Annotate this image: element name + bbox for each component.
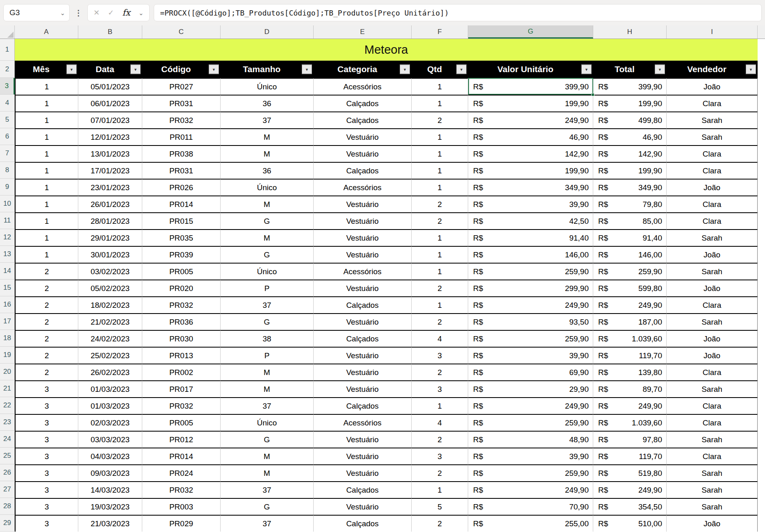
cell-G24[interactable]: R$48,90 [468,431,593,448]
cell-I13[interactable]: João [667,246,758,263]
cell-I19[interactable]: João [667,347,758,364]
row-header-24[interactable]: 24 [0,431,15,448]
cell-B15[interactable]: 05/02/2023 [78,280,142,296]
cell-D3[interactable]: Único [221,78,314,95]
cell-C19[interactable]: PR013 [142,347,221,364]
cell-A23[interactable]: 3 [15,414,78,431]
cell-A26[interactable]: 3 [15,464,78,481]
cell-H24[interactable]: R$97,80 [593,431,667,448]
cell-C22[interactable]: PR032 [142,397,221,414]
cell-A22[interactable]: 3 [15,397,78,414]
cell-C18[interactable]: PR030 [142,330,221,347]
cell-G28[interactable]: R$70,90 [468,498,593,515]
cell-D17[interactable]: G [221,313,314,330]
column-header-D[interactable]: D [221,25,314,39]
cell-D16[interactable]: 37 [221,296,314,313]
cell-A4[interactable]: 1 [15,95,78,111]
cell-A7[interactable]: 1 [15,145,78,162]
cell-F13[interactable]: 1 [412,246,468,263]
cell-B18[interactable]: 24/02/2023 [78,330,142,347]
cell-H27[interactable]: R$249,90 [593,481,667,498]
row-header-6[interactable]: 6 [0,128,15,145]
cell-F24[interactable]: 2 [412,431,468,448]
filter-button[interactable]: ▼ [655,65,665,74]
cell-D6[interactable]: M [221,128,314,145]
cell-F27[interactable]: 1 [412,481,468,498]
cell-H6[interactable]: R$46,90 [593,128,667,145]
cell-H4[interactable]: R$199,90 [593,95,667,111]
cell-G9[interactable]: R$349,90 [468,179,593,196]
chevron-down-icon[interactable]: ⌄ [60,10,65,16]
cell-A24[interactable]: 3 [15,431,78,448]
cell-E17[interactable]: Vestuário [314,313,412,330]
row-header-14[interactable]: 14 [0,263,15,280]
filter-button[interactable]: ▼ [66,65,77,74]
more-options-icon[interactable]: ⋮ [74,8,83,18]
cell-I12[interactable]: Sarah [667,229,758,246]
column-header-C[interactable]: C [142,25,221,39]
cell-E23[interactable]: Acessórios [314,414,412,431]
cell-F8[interactable]: 1 [412,162,468,179]
cell-I20[interactable]: Clara [667,364,758,380]
cell-B16[interactable]: 18/02/2023 [78,296,142,313]
cell-A14[interactable]: 2 [15,263,78,280]
cell-A12[interactable]: 1 [15,229,78,246]
row-header-28[interactable]: 28 [0,498,15,515]
column-title-D[interactable]: Tamanho▼ [221,61,314,78]
cell-D23[interactable]: Único [221,414,314,431]
cell-C11[interactable]: PR015 [142,212,221,229]
cell-H12[interactable]: R$91,40 [593,229,667,246]
cell-E5[interactable]: Calçados [314,111,412,128]
cell-I3[interactable]: João [667,78,758,95]
cell-B26[interactable]: 09/03/2023 [78,464,142,481]
column-title-A[interactable]: Mês▼ [15,61,78,78]
cell-F21[interactable]: 3 [412,380,468,397]
cell-H26[interactable]: R$519,80 [593,464,667,481]
row-header-5[interactable]: 5 [0,111,15,128]
cell-D28[interactable]: G [221,498,314,515]
cell-H17[interactable]: R$187,00 [593,313,667,330]
row-header-2[interactable]: 2 [0,61,15,78]
cell-F12[interactable]: 1 [412,229,468,246]
cell-F6[interactable]: 1 [412,128,468,145]
cell-F28[interactable]: 5 [412,498,468,515]
cell-C12[interactable]: PR035 [142,229,221,246]
cell-G4[interactable]: R$199,90 [468,95,593,111]
cell-H28[interactable]: R$354,50 [593,498,667,515]
cell-C15[interactable]: PR020 [142,280,221,296]
cell-C14[interactable]: PR005 [142,263,221,280]
row-header-12[interactable]: 12 [0,229,15,246]
row-header-20[interactable]: 20 [0,364,15,380]
column-header-B[interactable]: B [78,25,142,39]
column-title-C[interactable]: Código▼ [142,61,221,78]
cell-A25[interactable]: 3 [15,448,78,464]
cell-E22[interactable]: Calçados [314,397,412,414]
row-header-22[interactable]: 22 [0,397,15,414]
cell-I9[interactable]: João [667,179,758,196]
cell-I4[interactable]: Clara [667,95,758,111]
cell-B19[interactable]: 25/02/2023 [78,347,142,364]
cell-E19[interactable]: Vestuário [314,347,412,364]
cell-G23[interactable]: R$259,90 [468,414,593,431]
cell-C27[interactable]: PR032 [142,481,221,498]
row-header-9[interactable]: 9 [0,179,15,196]
cell-A3[interactable]: 1 [15,78,78,95]
cell-B24[interactable]: 03/03/2023 [78,431,142,448]
cell-C24[interactable]: PR012 [142,431,221,448]
cancel-icon[interactable]: ✕ [93,8,100,17]
cell-B4[interactable]: 06/01/2023 [78,95,142,111]
cell-D4[interactable]: 36 [221,95,314,111]
cell-E24[interactable]: Vestuário [314,431,412,448]
cell-A16[interactable]: 2 [15,296,78,313]
cell-G10[interactable]: R$39,90 [468,196,593,212]
cell-A29[interactable]: 3 [15,515,78,532]
row-header-21[interactable]: 21 [0,380,15,397]
cell-D24[interactable]: G [221,431,314,448]
cell-G27[interactable]: R$249,90 [468,481,593,498]
cell-C23[interactable]: PR005 [142,414,221,431]
cell-B17[interactable]: 21/02/2023 [78,313,142,330]
cell-B20[interactable]: 26/02/2023 [78,364,142,380]
cell-E12[interactable]: Vestuário [314,229,412,246]
cell-A27[interactable]: 3 [15,481,78,498]
row-header-11[interactable]: 11 [0,212,15,229]
